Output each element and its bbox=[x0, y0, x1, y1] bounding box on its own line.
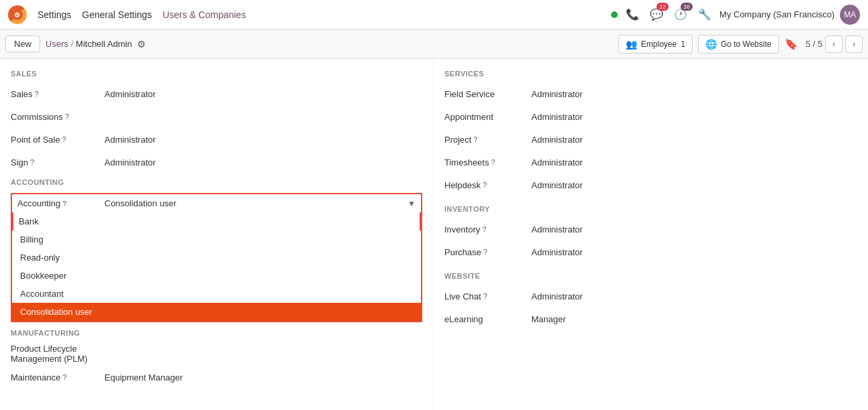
goto-website-button[interactable]: 🌐 Go to Website bbox=[698, 35, 779, 54]
inventory-section: INVENTORY Inventory ? Administrator Purc… bbox=[444, 205, 857, 261]
maintenance-value: Equipment Manager bbox=[104, 372, 183, 383]
appointment-row: Appointment Administrator bbox=[444, 107, 857, 126]
inventory-value: Administrator bbox=[531, 224, 583, 234]
pagination: 5 / 5 ‹ › bbox=[806, 36, 863, 53]
helpdesk-value: Administrator bbox=[531, 180, 583, 190]
project-value: Administrator bbox=[531, 135, 583, 145]
accounting-field-row: Accounting ? Consolidation user Billing … bbox=[11, 193, 422, 212]
timesheets-value: Administrator bbox=[531, 157, 583, 167]
website-section-header: WEBSITE bbox=[444, 272, 857, 280]
sales-help[interactable]: ? bbox=[35, 90, 39, 98]
sign-label: Sign ? bbox=[11, 157, 104, 167]
maintenance-label: Maintenance ? bbox=[11, 372, 104, 383]
settings-wrench-icon[interactable]: 🔧 bbox=[695, 5, 714, 24]
commissions-label: Commissions ? bbox=[11, 112, 104, 122]
inventory-row: Inventory ? Administrator bbox=[444, 220, 857, 238]
maintenance-help[interactable]: ? bbox=[62, 373, 66, 381]
nav-general-settings[interactable]: General Settings bbox=[82, 9, 152, 20]
accounting-select[interactable]: Consolidation user Billing Read-only Boo… bbox=[104, 198, 405, 208]
company-name[interactable]: My Company (San Francisco) bbox=[719, 9, 835, 19]
helpdesk-help[interactable]: ? bbox=[483, 181, 487, 189]
select-arrow-icon: ▼ bbox=[408, 199, 416, 208]
activity-badge: 36 bbox=[681, 3, 693, 11]
helpdesk-row: Helpdesk ? Administrator bbox=[444, 176, 857, 194]
status-indicator bbox=[611, 11, 618, 18]
sales-label: Sales ? bbox=[11, 89, 104, 99]
livechat-label: Live Chat ? bbox=[444, 291, 531, 301]
dropdown-item-accountant[interactable]: Accountant bbox=[12, 285, 421, 303]
sign-field-row: Sign ? Administrator bbox=[11, 153, 422, 172]
nav-users-companies[interactable]: Users & Companies bbox=[163, 9, 246, 20]
goto-website-label: Go to Website bbox=[721, 40, 772, 49]
chat-badge: 22 bbox=[657, 3, 669, 11]
accounting-section: ACCOUNTING Accounting ? Consolidation us… bbox=[11, 178, 422, 322]
bookmark-icon[interactable]: 🔖 bbox=[784, 38, 798, 50]
helpdesk-label: Helpdesk ? bbox=[444, 180, 531, 190]
employee-icon: 👥 bbox=[626, 39, 637, 50]
inventory-section-header: INVENTORY bbox=[444, 205, 857, 213]
breadcrumb: Users / Mitchell Admin ⚙ bbox=[46, 39, 146, 50]
employee-button[interactable]: 👥 Employee 1 bbox=[618, 35, 693, 54]
breadcrumb-separator: / bbox=[71, 40, 73, 49]
top-navigation: ⚙ Settings General Settings Users & Comp… bbox=[0, 0, 868, 29]
app-logo[interactable]: ⚙ bbox=[8, 5, 27, 24]
accounting-dropdown: Bank Billing Read-only Bookkeeper Accoun… bbox=[11, 212, 422, 322]
pos-help[interactable]: ? bbox=[62, 135, 66, 143]
sub-navigation: New Users / Mitchell Admin ⚙ 👥 Employee … bbox=[0, 29, 868, 59]
right-panel: SERVICES Field Service Administrator App… bbox=[434, 59, 868, 410]
timesheets-row: Timesheets ? Administrator bbox=[444, 153, 857, 172]
appointment-value: Administrator bbox=[531, 112, 583, 122]
services-section-header: SERVICES bbox=[444, 70, 857, 78]
plm-label: Product Lifecycle Management (PLM) bbox=[11, 344, 104, 364]
pos-label: Point of Sale ? bbox=[11, 135, 104, 145]
dropdown-item-readonly[interactable]: Read-only bbox=[12, 249, 421, 267]
timesheets-help[interactable]: ? bbox=[491, 158, 495, 166]
field-service-row: Field Service Administrator bbox=[444, 84, 857, 103]
new-button[interactable]: New bbox=[5, 36, 40, 52]
accounting-section-header: ACCOUNTING bbox=[11, 178, 422, 186]
manufacturing-section-header: MANUFACTURING bbox=[11, 329, 422, 337]
sign-help[interactable]: ? bbox=[30, 158, 34, 166]
pos-value: Administrator bbox=[104, 135, 156, 145]
pos-field-row: Point of Sale ? Administrator bbox=[11, 130, 422, 149]
appointment-label: Appointment bbox=[444, 112, 531, 122]
elearning-value: Manager bbox=[531, 314, 566, 324]
project-label: Project ? bbox=[444, 135, 531, 145]
commissions-field-row: Commissions ? bbox=[11, 107, 422, 126]
project-row: Project ? Administrator bbox=[444, 130, 857, 149]
employee-label: Employee bbox=[641, 40, 677, 49]
gear-icon[interactable]: ⚙ bbox=[137, 39, 146, 50]
prev-page-button[interactable]: ‹ bbox=[825, 36, 843, 53]
breadcrumb-users-link[interactable]: Users bbox=[46, 39, 68, 49]
phone-icon-btn[interactable]: 📞 bbox=[623, 5, 642, 24]
pagination-text: 5 / 5 bbox=[806, 39, 822, 49]
project-help[interactable]: ? bbox=[473, 135, 477, 143]
accounting-help[interactable]: ? bbox=[62, 200, 66, 208]
sales-field-row: Sales ? Administrator bbox=[11, 84, 422, 103]
dropdown-item-bookkeeper[interactable]: Bookkeeper bbox=[12, 267, 421, 285]
bank-label: Bank bbox=[19, 216, 106, 226]
dropdown-item-consolidation[interactable]: Consolidation user bbox=[12, 303, 421, 321]
sales-section-header: SALES bbox=[11, 70, 422, 78]
globe-icon: 🌐 bbox=[705, 39, 717, 50]
purchase-row: Purchase ? Administrator bbox=[444, 243, 857, 261]
livechat-value: Administrator bbox=[531, 291, 583, 301]
elearning-row: eLearning Manager bbox=[444, 310, 857, 328]
svg-text:⚙: ⚙ bbox=[14, 11, 20, 19]
field-service-value: Administrator bbox=[531, 89, 583, 99]
manufacturing-section: MANUFACTURING Product Lifecycle Manageme… bbox=[11, 329, 422, 387]
nav-settings[interactable]: Settings bbox=[37, 9, 72, 20]
commissions-help[interactable]: ? bbox=[65, 113, 69, 121]
chat-icon-btn[interactable]: 💬 22 bbox=[647, 5, 666, 24]
activity-icon-btn[interactable]: 🕐 36 bbox=[671, 5, 690, 24]
sales-section: SALES Sales ? Administrator Commissions … bbox=[11, 70, 422, 172]
services-section: SERVICES Field Service Administrator App… bbox=[444, 70, 857, 194]
user-avatar[interactable]: MA bbox=[840, 5, 860, 25]
dropdown-item-billing[interactable]: Billing bbox=[12, 230, 421, 249]
purchase-help[interactable]: ? bbox=[483, 248, 487, 256]
next-page-button[interactable]: › bbox=[845, 36, 863, 53]
purchase-value: Administrator bbox=[531, 247, 583, 257]
livechat-help[interactable]: ? bbox=[483, 292, 487, 300]
inventory-help[interactable]: ? bbox=[482, 225, 486, 233]
timesheets-label: Timesheets ? bbox=[444, 157, 531, 167]
